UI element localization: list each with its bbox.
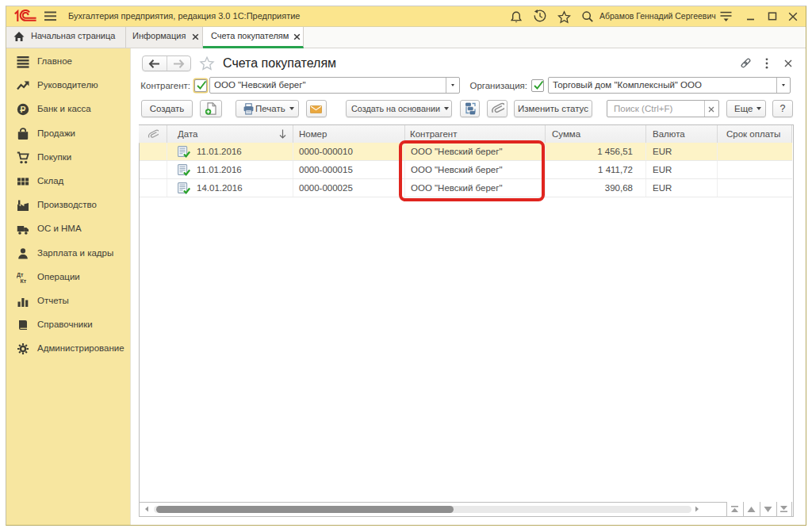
svg-text:P: P: [21, 105, 26, 114]
svg-text:Кт: Кт: [21, 278, 27, 284]
svg-text:Дт: Дт: [17, 272, 24, 278]
